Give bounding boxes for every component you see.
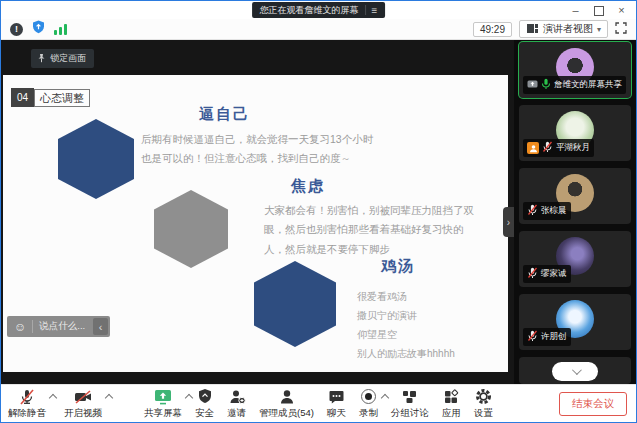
slide-body-anxiety: 大家都会有！别害怕，别被同辈压力阻挡了双眼，然后也别害怕那些看着基础好复习快的人…: [264, 201, 480, 259]
mic-muted-icon: [527, 330, 538, 344]
settings-button[interactable]: 设置: [474, 388, 493, 420]
slide-heading-chicken-soup: 鸡汤: [381, 257, 415, 276]
participant-tile[interactable]: 张棕晨: [519, 168, 631, 224]
slide-section-number: 04: [11, 88, 34, 107]
slide-heading-anxiety: 焦虑: [291, 177, 325, 196]
share-screen-icon: [153, 388, 173, 406]
toolbar-left-group: 解除静音 开启视频: [8, 388, 102, 420]
participant-label: 詹维文的屏幕共享: [523, 76, 626, 94]
record-icon: [361, 388, 376, 406]
participant-label: 缪家诚: [523, 265, 571, 283]
meeting-info-icon[interactable]: !: [10, 23, 23, 36]
participant-name: 许朋创: [541, 331, 567, 343]
topbar: ! 49:29 演讲者视图 ▾: [1, 19, 636, 40]
slide-list-chicken-soup: 很爱看鸡汤 撒贝宁的演讲 仰望星空 别人的励志故事hhhhh: [357, 287, 455, 363]
apps-grid-icon: [443, 388, 459, 406]
soup-line: 撒贝宁的演讲: [357, 306, 455, 325]
participant-label: 张棕晨: [523, 202, 571, 220]
settings-label: 设置: [474, 407, 493, 420]
chevron-down-icon: ▾: [597, 25, 601, 34]
apps-button[interactable]: 应用: [442, 388, 461, 420]
participants-sidebar: 詹维文的屏幕共享 平湖秋月 张棕晨: [514, 40, 636, 384]
meeting-timer: 49:29: [473, 22, 512, 37]
participant-label: 许朋创: [523, 328, 571, 346]
manage-members-button[interactable]: 管理成员(54): [259, 388, 314, 420]
gear-icon: [475, 388, 492, 406]
main-area: 锁定画面 04 心态调整 逼自己 后期有时候逼逼自己，就会觉得一天复习13个小时…: [1, 40, 636, 384]
security-button[interactable]: 安全: [195, 388, 214, 420]
camera-off-icon: [73, 388, 93, 406]
host-badge-icon: [527, 142, 539, 154]
meeting-window: 您正在观看詹维文的屏幕 ≡ – × ! 49:29 演讲者视图 ▾: [0, 0, 637, 423]
pin-view-button[interactable]: 锁定画面: [31, 49, 94, 68]
participant-tile[interactable]: 许朋创: [519, 294, 631, 350]
maximize-button[interactable]: [587, 1, 610, 19]
invite-button[interactable]: 邀请: [227, 388, 246, 420]
end-meeting-button[interactable]: 结束会议: [559, 392, 627, 416]
maximize-icon: [594, 6, 604, 16]
mic-muted-icon: [527, 267, 538, 281]
chevron-up-icon[interactable]: [381, 393, 389, 401]
soup-line: 仰望星空: [357, 325, 455, 344]
view-mode-label: 演讲者视图: [543, 22, 593, 36]
minimize-button[interactable]: –: [564, 1, 587, 19]
chevron-up-icon[interactable]: [105, 394, 113, 402]
chat-collapse-button[interactable]: ‹: [93, 318, 108, 335]
participant-tile[interactable]: 平湖秋月: [519, 105, 631, 161]
participant-tile-partial: [519, 357, 631, 384]
participant-tile-sharer[interactable]: 詹维文的屏幕共享: [519, 42, 631, 98]
network-signal-icon[interactable]: [54, 24, 67, 35]
divider: [32, 320, 33, 333]
participant-name: 詹维文的屏幕共享: [554, 79, 622, 91]
chat-quick-bar: ☺ 说点什么... ‹: [7, 316, 110, 337]
collapse-tiles-button[interactable]: [552, 362, 598, 381]
titlebar: 您正在观看詹维文的屏幕 ≡ – ×: [1, 1, 636, 19]
layout-view-icon: [526, 23, 539, 36]
mic-muted-icon: [18, 388, 36, 406]
breakout-rooms-label: 分组讨论: [391, 407, 429, 420]
emoji-icon[interactable]: ☺: [14, 321, 26, 333]
unmute-button[interactable]: 解除静音: [8, 388, 46, 420]
menu-icon[interactable]: ≡: [372, 5, 378, 16]
close-button[interactable]: ×: [610, 1, 633, 19]
record-label: 录制: [359, 407, 378, 420]
share-screen-label: 共享屏幕: [144, 407, 182, 420]
chat-bubble-icon: [328, 388, 345, 406]
chevron-down-icon: [571, 365, 581, 375]
apps-label: 应用: [442, 407, 461, 420]
slide-heading-push-yourself: 逼自己: [199, 105, 250, 124]
start-video-label: 开启视频: [64, 407, 102, 420]
mic-on-icon: [541, 78, 551, 92]
hexagon-blue-2: [254, 261, 336, 347]
participant-name: 缪家诚: [541, 268, 567, 280]
mic-muted-icon: [527, 204, 538, 218]
start-video-button[interactable]: 开启视频: [64, 388, 102, 420]
hexagon-gray: [154, 190, 228, 268]
security-shield-icon[interactable]: [32, 20, 45, 38]
chevron-up-icon[interactable]: [185, 393, 193, 401]
topbar-right: 49:29 演讲者视图 ▾: [473, 20, 627, 38]
soup-line: 很爱看鸡汤: [357, 287, 455, 306]
breakout-rooms-button[interactable]: 分组讨论: [391, 388, 429, 420]
participant-name: 平湖秋月: [556, 142, 590, 154]
chevron-up-icon[interactable]: [49, 394, 57, 402]
invite-label: 邀请: [227, 407, 246, 420]
pin-icon: [37, 53, 46, 65]
view-mode-selector[interactable]: 演讲者视图 ▾: [519, 20, 608, 38]
unmute-label: 解除静音: [8, 407, 46, 420]
record-button[interactable]: 录制: [359, 388, 378, 420]
watching-screen-text: 您正在观看詹维文的屏幕: [260, 4, 359, 17]
participant-tile[interactable]: 缪家诚: [519, 231, 631, 287]
watching-screen-banner[interactable]: 您正在观看詹维文的屏幕 ≡: [252, 2, 386, 18]
fullscreen-icon[interactable]: [615, 20, 627, 38]
sidebar-collapse-handle[interactable]: ›: [503, 207, 514, 237]
share-screen-button[interactable]: 共享屏幕: [144, 388, 182, 420]
slide-body-push-yourself: 后期有时候逼逼自己，就会觉得一天复习13个小时也是可以的！但注意心态哦，找到自己…: [141, 130, 379, 169]
chat-input[interactable]: 说点什么...: [39, 320, 87, 333]
shield-icon: [197, 388, 213, 406]
screen-share-icon: [527, 80, 538, 91]
chat-button[interactable]: 聊天: [327, 388, 346, 420]
window-controls: – ×: [564, 1, 633, 19]
hexagon-blue-1: [58, 119, 134, 199]
chat-label: 聊天: [327, 407, 346, 420]
